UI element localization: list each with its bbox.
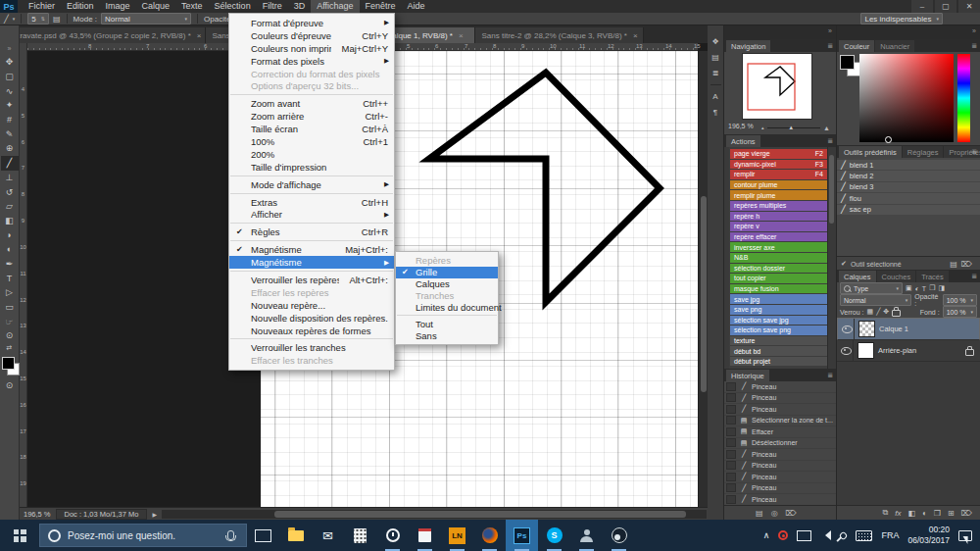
action-item[interactable]: tout copier bbox=[730, 274, 827, 283]
dock-collapse-strip[interactable]: » bbox=[837, 25, 980, 39]
tool-preset[interactable]: ╱blend 3 bbox=[837, 182, 980, 192]
action-item[interactable]: masque fusion bbox=[730, 284, 827, 294]
layer-fill-select[interactable]: 100 %▾ bbox=[943, 306, 977, 318]
new-layer-icon[interactable]: ⊞ bbox=[948, 509, 955, 518]
filter-shape-layers-icon[interactable]: ❒ bbox=[929, 284, 935, 292]
history-step[interactable]: ╱Pinceau bbox=[724, 472, 836, 483]
spinner-icon[interactable]: ⇅ bbox=[41, 16, 45, 22]
menu-item-nouveaux-reperes-formes[interactable]: Nouveaux repères de formes bbox=[229, 325, 394, 337]
zoom-out-icon[interactable]: ▴ bbox=[761, 125, 764, 130]
tab-couleur[interactable]: Couleur bbox=[839, 40, 874, 52]
filter-smart-objects-icon[interactable]: ◨ bbox=[938, 284, 945, 292]
dock-collapse-strip[interactable]: » bbox=[724, 25, 836, 39]
new-group-icon[interactable]: ❒ bbox=[934, 509, 941, 518]
brush-preset-icon[interactable]: ╱ bbox=[4, 15, 9, 24]
action-item[interactable]: repères multiples bbox=[730, 201, 827, 211]
eye-icon[interactable] bbox=[841, 347, 852, 355]
menu-item-zoom-avant[interactable]: Zoom avantCtrl++ bbox=[229, 97, 394, 110]
document-tab[interactable]: cravate.psd @ 43,5% (Groupe 2 copie 2, R… bbox=[10, 27, 206, 43]
speaker-icon[interactable] bbox=[820, 530, 831, 540]
visibility-cell[interactable] bbox=[839, 340, 854, 361]
submenu-item-grille[interactable]: ✔Grille bbox=[396, 267, 498, 278]
foreground-color-swatch[interactable] bbox=[840, 55, 855, 70]
navigator-zoom-slider[interactable]: ▴ ▲ ▲ bbox=[761, 123, 830, 132]
firefox-button[interactable] bbox=[473, 520, 506, 551]
minimize-button[interactable]: – bbox=[911, 0, 933, 13]
check-icon[interactable]: ✔ bbox=[841, 260, 847, 268]
tool-history-brush[interactable]: ↺ bbox=[1, 184, 19, 199]
layer-thumbnail[interactable] bbox=[858, 342, 874, 359]
hue-slider[interactable] bbox=[957, 54, 970, 142]
delete-preset-trash-icon[interactable]: ⌦ bbox=[961, 260, 972, 269]
action-item[interactable]: page viergeF2 bbox=[730, 149, 827, 159]
menu-edition[interactable]: Edition bbox=[61, 0, 100, 13]
action-item[interactable]: repère effacer bbox=[730, 232, 827, 242]
menu-item-nouveau-repere[interactable]: Nouveau repère... bbox=[229, 299, 394, 312]
delete-state-trash-icon[interactable]: ⌦ bbox=[786, 509, 797, 518]
eye-icon[interactable] bbox=[842, 326, 853, 333]
history-step[interactable]: ╱Pinceau bbox=[724, 494, 836, 506]
tool-preset[interactable]: ╱blend 2 bbox=[837, 171, 980, 180]
menu-item-verrouiller-reperes[interactable]: Verrouiller les repèresAlt+Ctrl+: bbox=[229, 274, 394, 286]
tool-lasso[interactable]: ∿ bbox=[1, 83, 19, 98]
panel-menu-icon[interactable]: ≣ bbox=[971, 148, 977, 156]
menu-item-nouvelle-disposition-reperes[interactable]: Nouvelle disposition des repères... bbox=[229, 312, 394, 325]
lightroom-app-button[interactable]: LN bbox=[441, 520, 473, 551]
new-document-from-state-icon[interactable]: ▤ bbox=[756, 509, 763, 518]
close-tab-icon[interactable]: × bbox=[197, 31, 202, 40]
document-tab-active[interactable]: Calque 1, RVB/8) *× bbox=[380, 27, 475, 43]
new-preset-icon[interactable]: ▤ bbox=[950, 260, 957, 269]
tool-path-selection[interactable]: ▷ bbox=[1, 285, 19, 300]
action-item[interactable]: début bd bbox=[730, 346, 827, 356]
alarms-clock-button[interactable] bbox=[376, 520, 409, 551]
submenu-item-tout[interactable]: Tout bbox=[396, 318, 498, 329]
color-picker-cursor[interactable] bbox=[885, 136, 892, 143]
tool-magic-wand[interactable]: ✦ bbox=[1, 98, 19, 113]
history-step[interactable]: ▤Désélectionner bbox=[724, 438, 836, 450]
document-tab[interactable]: Sans titre-2 @ 28,2% (Calque 3, RVB/8) *… bbox=[475, 27, 644, 43]
action-item[interactable]: repère v bbox=[730, 222, 827, 231]
panel-menu-icon[interactable]: ≣ bbox=[827, 137, 833, 145]
layer-row[interactable]: Arrière-plan bbox=[837, 340, 980, 362]
task-view-button[interactable] bbox=[247, 520, 279, 551]
tab-couches[interactable]: Couches bbox=[877, 271, 916, 282]
navigator-preview[interactable] bbox=[743, 54, 811, 119]
actions-scrollbar[interactable] bbox=[827, 147, 836, 369]
filter-type-layers-icon[interactable]: T bbox=[922, 285, 926, 292]
menu-item-verrouiller-tranches[interactable]: Verrouiller les tranches bbox=[229, 341, 394, 354]
horizontal-scrollbar[interactable] bbox=[162, 510, 707, 519]
file-explorer-button[interactable] bbox=[279, 520, 312, 551]
menu-item-couleurs-epreuve[interactable]: Couleurs d'épreuveCtrl+Y bbox=[229, 29, 394, 42]
menu-affichage[interactable]: Affichage bbox=[311, 0, 359, 13]
panel-menu-icon[interactable]: ≣ bbox=[827, 372, 833, 379]
menu-3d[interactable]: 3D bbox=[288, 0, 312, 13]
history-step[interactable]: ╱Pinceau bbox=[724, 461, 836, 473]
photoshop-taskbar-button[interactable]: Ps bbox=[506, 520, 538, 551]
tab-outils-predefinis[interactable]: Outils prédéfinis bbox=[839, 146, 902, 158]
action-item[interactable]: dynamic-pixelF3 bbox=[730, 160, 827, 170]
tool-hand[interactable]: ☞ bbox=[1, 314, 19, 328]
microphone-icon[interactable] bbox=[227, 530, 234, 540]
clock-date[interactable]: 00:20 06/03/2017 bbox=[907, 525, 950, 545]
tool-preset[interactable]: ╱blend 1 bbox=[837, 160, 980, 170]
workspace-select[interactable]: Les indispensables ▾ bbox=[860, 13, 943, 25]
menu-item-format-pixels[interactable]: Format des pixels▶ bbox=[229, 55, 394, 68]
menu-calque[interactable]: Calque bbox=[136, 0, 176, 13]
toggle-brush-panel-icon[interactable]: ▤ bbox=[53, 15, 61, 24]
snapshot-camera-icon[interactable]: ◎ bbox=[771, 509, 778, 518]
action-item[interactable]: sélection dossier bbox=[730, 264, 827, 274]
submenu-item-sans[interactable]: Sans bbox=[396, 329, 498, 341]
tab-calques[interactable]: Calques bbox=[839, 271, 876, 282]
panel-menu-icon[interactable]: ≣ bbox=[971, 273, 977, 280]
visibility-cell[interactable] bbox=[840, 319, 855, 339]
zoom-level-field[interactable]: 196,5 % bbox=[24, 510, 51, 519]
menu-item-magnetisme-toggle[interactable]: ✔MagnétismeMaj+Ctrl+: bbox=[229, 243, 394, 256]
layer-blend-mode-select[interactable]: Normal▾ bbox=[840, 294, 911, 306]
action-item[interactable]: sélection save jpg bbox=[730, 316, 827, 326]
blend-mode-select[interactable]: Normal ▾ bbox=[101, 13, 191, 25]
action-item[interactable]: save jpg bbox=[730, 294, 827, 304]
history-step[interactable]: ╱Pinceau bbox=[724, 381, 836, 393]
navigator-viewbox[interactable] bbox=[748, 64, 795, 110]
swap-colors-icon[interactable]: ⇄ bbox=[1, 343, 19, 353]
tool-zoom[interactable]: ⊙ bbox=[1, 328, 19, 343]
